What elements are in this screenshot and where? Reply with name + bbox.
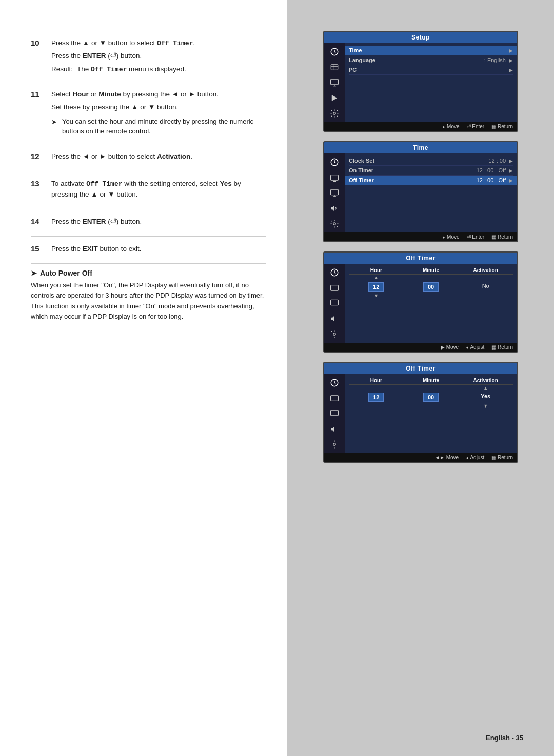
step-15-content: Press the EXIT button to exit. [51, 244, 266, 256]
icon-pc [328, 77, 341, 88]
svg-point-20 [333, 223, 336, 225]
osd-sidebar-setup [324, 43, 345, 122]
col-activation-2: Activation [458, 378, 513, 383]
osd-content-time: Clock Set 12 : 00 ▶ On Timer 12 : 00 Off… [345, 153, 517, 232]
osd-body-time: Clock Set 12 : 00 ▶ On Timer 12 : 00 Off… [324, 153, 517, 232]
icon-tv-4 [328, 393, 341, 404]
off-timer-2-col-header: Hour Minute Activation [349, 376, 513, 385]
svg-rect-31 [331, 396, 339, 401]
step-10-text2: Press the ENTER (⏎) button. [51, 51, 266, 61]
auto-power-section: ➤ Auto Power Off When you set the timer … [31, 264, 266, 322]
osd-row-pc: PC ▶ [349, 65, 513, 75]
icon-clock-3 [328, 267, 341, 278]
off-timer-2-up-arrows: ▲ [349, 385, 513, 392]
step-10-text1: Press the ▲ or ▼ button to select Off Ti… [51, 38, 266, 49]
icon-sound-4 [328, 423, 341, 435]
icon-tv [328, 172, 341, 183]
osd-screen-off-timer-2: Off Timer [323, 362, 518, 463]
note-arrow: ➤ [51, 117, 57, 137]
page-footer: English - 35 [486, 734, 523, 742]
osd-body-off-timer-1: Hour Minute Activation ▲ 12 00 [324, 264, 517, 343]
osd-content-setup: Time ▶ Language : English ▶ PC ▶ [345, 43, 517, 122]
icon-clock-2 [328, 157, 341, 168]
svg-rect-24 [331, 285, 339, 291]
icon-tv-3 [328, 282, 341, 294]
col-minute-2: Minute [404, 378, 459, 383]
step-number-14: 14 [31, 217, 43, 226]
hour-value-2: 12 [368, 393, 384, 402]
icon-settings-3 [328, 328, 341, 340]
step-10-content: Press the ▲ or ▼ button to select Off Ti… [51, 38, 266, 74]
icon-pc-3 [328, 298, 341, 309]
step-10: 10 Press the ▲ or ▼ button to select Off… [31, 31, 266, 82]
svg-marker-9 [332, 95, 338, 101]
svg-line-13 [334, 162, 335, 163]
off-timer-2-down-arrows: ▼ [349, 403, 513, 410]
activation-value: No [480, 282, 491, 290]
svg-marker-19 [331, 205, 334, 211]
step-11-note: You can set the hour and minute directly… [62, 117, 266, 137]
svg-line-30 [334, 383, 335, 384]
osd-bottom-off-timer-1: ▶ Move ⬧ Adjust ▦ Return [324, 343, 517, 352]
auto-power-body: When you set the timer "On", the PDP Dis… [31, 280, 266, 322]
svg-point-34 [333, 443, 336, 446]
osd-bottom-setup: ⬧ Move ⏎ Enter ▦ Return [324, 122, 517, 131]
auto-power-title: ➤ Auto Power Off [31, 269, 266, 277]
bottom-move: ⬧ Move [442, 124, 459, 129]
osd-screen-time: Time Clock [323, 141, 518, 242]
svg-rect-16 [331, 189, 339, 195]
step-13-text: To activate Off Timer with the setting e… [51, 179, 266, 200]
step-number-10: 10 [31, 38, 43, 47]
step-14-text: Press the ENTER (⏎) button. [51, 217, 266, 227]
step-14: 14 Press the ENTER (⏎) button. [31, 209, 266, 237]
hour-value: 12 [368, 282, 384, 292]
osd-title-off-timer-1: Off Timer [324, 253, 517, 264]
col-hour-2: Hour [349, 378, 404, 383]
svg-point-10 [333, 112, 336, 115]
icon-settings-2 [328, 218, 341, 229]
minute-value: 00 [423, 282, 439, 292]
osd-bottom-time: ⬧ Move ⏎ Enter ▦ Return [324, 232, 517, 241]
minute-value-2: 00 [423, 393, 439, 402]
step-number-11: 11 [31, 89, 43, 99]
icon-language [328, 62, 341, 73]
osd-screen-setup: Setup Time [323, 31, 518, 132]
off-timer-col-header: Hour Minute Activation [349, 266, 513, 275]
osd-body-off-timer-2: Hour Minute Activation ▲ 12 00 [324, 374, 517, 453]
step-15-text: Press the EXIT button to exit. [51, 244, 266, 254]
icon-video [328, 92, 341, 104]
result-label: Result: [51, 64, 73, 75]
step-12-text: Press the ◄ or ► button to select Activa… [51, 151, 266, 162]
step-15: 15 Press the EXIT button to exit. [31, 237, 266, 264]
icon-pc-4 [328, 408, 341, 419]
osd-title-off-timer-2: Off Timer [324, 363, 517, 374]
osd-content-off-timer-1: Hour Minute Activation ▲ 12 00 [345, 264, 517, 343]
step-11-content: Select Hour or Minute by pressing the ◄ … [51, 89, 266, 137]
osd-content-off-timer-2: Hour Minute Activation ▲ 12 00 [345, 374, 517, 453]
step-number-15: 15 [31, 244, 43, 253]
step-11-text1: Select Hour or Minute by pressing the ◄ … [51, 89, 266, 100]
osd-sidebar-off-timer-2 [324, 374, 345, 453]
osd-sidebar-off-timer-1 [324, 264, 345, 343]
off-timer-down-arrows: ▼ [349, 293, 513, 299]
osd-row-on-timer: On Timer 12 : 00 Off ▶ [349, 166, 513, 176]
svg-rect-14 [331, 175, 339, 181]
svg-marker-33 [331, 426, 334, 432]
icon-clock [328, 46, 341, 57]
svg-line-23 [334, 273, 335, 274]
step-12: 12 Press the ◄ or ► button to select Act… [31, 144, 266, 171]
osd-sidebar-time [324, 153, 345, 232]
off-timer-up-arrows: ▲ [349, 275, 513, 281]
right-panel: Setup Time [287, 0, 554, 756]
osd-body-setup: Time ▶ Language : English ▶ PC ▶ [324, 43, 517, 122]
step-number-12: 12 [31, 151, 43, 161]
icon-settings-4 [328, 439, 341, 450]
svg-rect-6 [331, 79, 339, 85]
step-12-content: Press the ◄ or ► button to select Activa… [51, 151, 266, 164]
step-14-content: Press the ENTER (⏎) button. [51, 217, 266, 229]
step-11: 11 Select Hour or Minute by pressing the… [31, 82, 266, 144]
auto-power-arrow: ➤ [31, 269, 37, 277]
svg-rect-32 [331, 410, 339, 416]
svg-point-27 [333, 333, 336, 336]
left-content-panel: 10 Press the ▲ or ▼ button to select Off… [0, 0, 287, 756]
